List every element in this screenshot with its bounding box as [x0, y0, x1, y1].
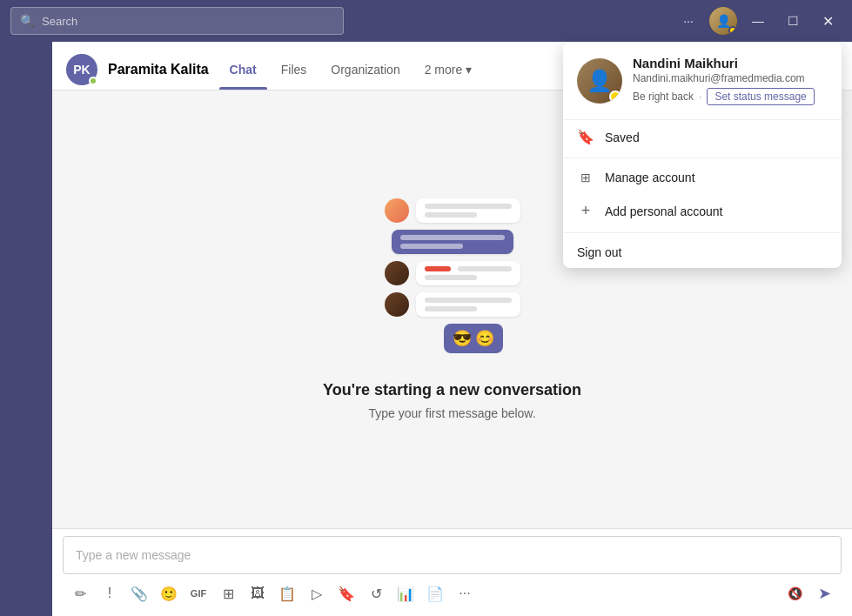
maximize-button[interactable]: ☐	[779, 7, 807, 35]
new-conversation-title: You're starting a new conversation	[323, 381, 581, 399]
forms-button[interactable]: 📄	[421, 579, 449, 607]
dropdown-status-row: Be right back · Set status message	[633, 88, 828, 105]
status-dot	[728, 26, 737, 35]
tab-chat[interactable]: Chat	[219, 49, 267, 90]
mini-avatar-2	[385, 261, 409, 285]
emoji-smile: 😊	[475, 329, 494, 348]
manage-account-label: Manage account	[605, 171, 695, 184]
saved-label: Saved	[605, 131, 640, 144]
message-placeholder: Type a new message	[76, 548, 191, 562]
msg-line-gray	[458, 266, 512, 271]
send-button[interactable]: ➤	[810, 579, 838, 607]
dropdown-header: 👤 Nandini Maikhuri Nandini.maikhuri@fram…	[563, 42, 842, 120]
tab-organization[interactable]: Organization	[320, 49, 410, 90]
online-status-dot	[89, 77, 97, 85]
message-input-box[interactable]: Type a new message	[63, 536, 842, 574]
msg-line	[425, 204, 512, 209]
msg-bubble-1	[416, 198, 520, 223]
title-bar-actions: ··· 👤 — ☐ ✕	[674, 7, 842, 35]
msg-line-4a	[425, 298, 512, 303]
dropdown-user-name: Nandini Maikhuri	[633, 56, 828, 70]
profile-dropdown: 👤 Nandini Maikhuri Nandini.maikhuri@fram…	[563, 42, 842, 268]
message-input-area: Type a new message ✏ ! 📎 🙂 GIF ⊞ 🖼 📋 ▷ 🔖…	[52, 528, 852, 616]
msg-line-dark-short	[400, 244, 463, 249]
dropdown-user-info: Nandini Maikhuri Nandini.maikhuri@framed…	[633, 56, 828, 105]
contact-avatar: PK	[66, 54, 97, 85]
msg-row-4	[385, 292, 520, 317]
emoji-button[interactable]: 🙂	[155, 579, 183, 607]
conversation-illustration: 😎 😊	[385, 198, 520, 353]
user-avatar-button[interactable]: 👤	[709, 7, 737, 35]
more-tools-button[interactable]: ···	[451, 579, 479, 607]
new-conversation-subtitle: Type your first message below.	[368, 406, 535, 420]
saved-item[interactable]: 🔖 Saved	[563, 120, 842, 154]
msg-row-1	[385, 198, 520, 223]
msg-row-2	[392, 230, 513, 254]
dropdown-status-dot	[609, 90, 621, 103]
search-icon: 🔍	[20, 14, 35, 28]
status-text: Be right back	[633, 90, 694, 103]
search-box[interactable]: 🔍	[10, 7, 344, 35]
minimize-button[interactable]: —	[744, 7, 772, 35]
msg-line-red	[425, 266, 451, 271]
chart-button[interactable]: 📊	[392, 579, 419, 607]
attach-button[interactable]: 📎	[125, 579, 153, 607]
sign-out-item[interactable]: Sign out	[563, 237, 842, 268]
msg-bubble-4	[416, 292, 520, 317]
message-toolbar: ✏ ! 📎 🙂 GIF ⊞ 🖼 📋 ▷ 🔖 ↺ 📊 📄 ··· 🔇 ➤	[63, 574, 842, 613]
set-status-button[interactable]: Set status message	[707, 88, 814, 105]
more-button[interactable]: ···	[674, 7, 702, 35]
audio-button[interactable]: ↺	[362, 579, 390, 607]
mini-avatar-1	[385, 198, 409, 223]
dropdown-divider-1	[563, 157, 842, 158]
mini-avatar-3	[385, 292, 409, 317]
msg-line-4b	[425, 306, 477, 311]
gif-button[interactable]: GIF	[184, 579, 212, 607]
title-bar: 🔍 ··· 👤 — ☐ ✕	[0, 0, 852, 42]
audio-message-button[interactable]: 🔇	[781, 579, 808, 607]
format-button[interactable]: ✏	[66, 579, 94, 607]
manage-account-item[interactable]: ⊞ Manage account	[563, 162, 842, 193]
search-input[interactable]	[42, 15, 334, 28]
loop-button[interactable]: 📋	[273, 579, 301, 607]
emoji-row: 😎 😊	[444, 324, 503, 353]
tab-files[interactable]: Files	[271, 49, 318, 90]
add-personal-account-item[interactable]: + Add personal account	[563, 193, 842, 229]
sign-out-label: Sign out	[577, 245, 621, 259]
manage-account-icon: ⊞	[577, 171, 594, 184]
send-files-button[interactable]: ▷	[303, 579, 331, 607]
msg-line-s	[425, 275, 477, 280]
dropdown-user-email: Nandini.maikhuri@framedmedia.com	[633, 72, 828, 84]
add-personal-account-label: Add personal account	[605, 204, 722, 218]
dropdown-avatar: 👤	[577, 58, 622, 104]
msg-row-3	[385, 261, 520, 285]
sidebar	[0, 42, 52, 616]
tab-more[interactable]: 2 more ▾	[414, 49, 482, 90]
contact-name: Paramita Kalita	[108, 62, 209, 77]
dropdown-divider-2	[563, 232, 842, 233]
add-account-icon: +	[577, 202, 594, 220]
important-button[interactable]: !	[96, 579, 124, 607]
msg-bubble-2	[392, 230, 513, 254]
close-button[interactable]: ✕	[814, 7, 842, 35]
msg-line-dark	[400, 235, 505, 240]
sticker-button[interactable]: ⊞	[214, 579, 242, 607]
schedule-button[interactable]: 🔖	[332, 579, 360, 607]
emoji-sunglasses: 😎	[453, 329, 472, 348]
immersive-button[interactable]: 🖼	[244, 579, 272, 607]
msg-line-short	[425, 212, 477, 218]
saved-icon: 🔖	[577, 129, 594, 145]
msg-bubble-3	[416, 261, 520, 285]
